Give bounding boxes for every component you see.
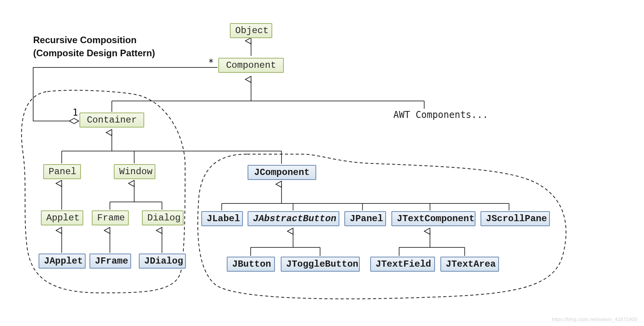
node-jtogglebutton: JToggleButton xyxy=(281,257,360,272)
node-jscrollpane: JScrollPane xyxy=(480,211,550,226)
node-jbutton: JButton xyxy=(227,257,275,272)
node-jpanel: JPanel xyxy=(344,211,386,226)
node-object: Object xyxy=(230,23,272,38)
node-jabstractbutton: JAbstractButton xyxy=(248,211,339,226)
watermark: https://blog.csdn.net/weixin_41871900 xyxy=(552,316,637,322)
node-jdialog: JDialog xyxy=(139,254,186,269)
title-line1: Recursive Composition xyxy=(33,35,137,45)
uml-diagram: Recursive Composition (Composite Design … xyxy=(0,0,644,326)
node-jtextfield: JTextField xyxy=(370,257,435,272)
multiplicity-star: * xyxy=(208,57,214,68)
multiplicity-one: 1 xyxy=(72,107,78,118)
node-jlabel: JLabel xyxy=(201,211,243,226)
node-window: Window xyxy=(114,164,155,179)
node-japplet: JApplet xyxy=(39,254,86,269)
node-container: Container xyxy=(79,113,144,128)
node-applet: Applet xyxy=(41,210,83,225)
awt-components-label: AWT Components... xyxy=(393,109,488,120)
node-dialog: Dialog xyxy=(142,210,184,225)
node-jcomponent: JComponent xyxy=(248,165,316,180)
node-frame: Frame xyxy=(92,210,129,225)
title-line2: (Composite Design Pattern) xyxy=(33,48,155,59)
node-component: Component xyxy=(218,58,284,73)
node-jtextarea: JTextArea xyxy=(440,257,499,272)
node-panel: Panel xyxy=(43,164,81,179)
node-jtextcomponent: JTextComponent xyxy=(391,211,475,226)
node-jframe: JFrame xyxy=(89,254,131,269)
